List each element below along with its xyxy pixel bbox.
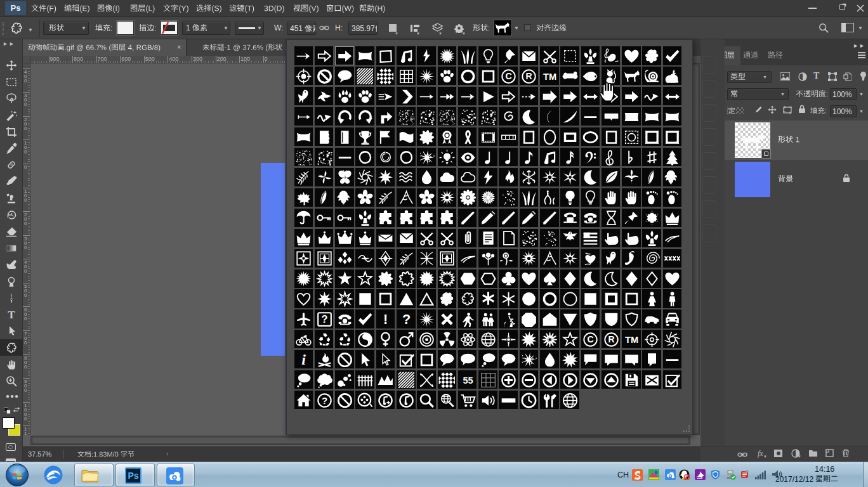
- svg-text:T: T: [8, 309, 15, 320]
